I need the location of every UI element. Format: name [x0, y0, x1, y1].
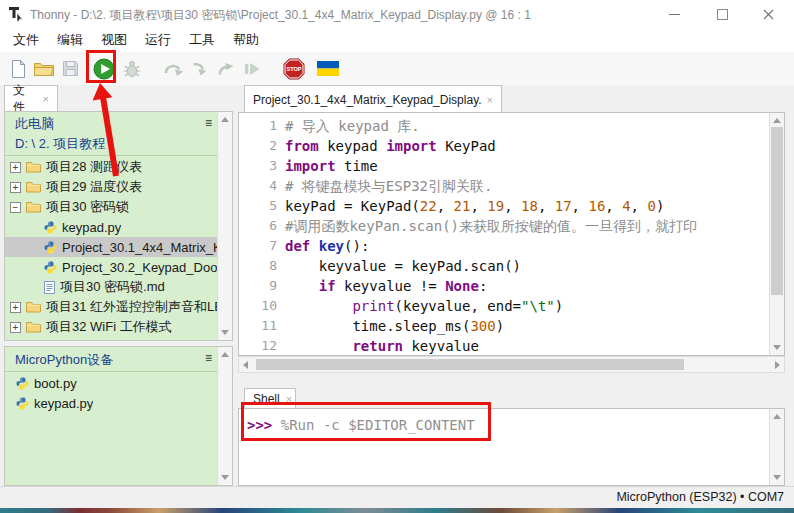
new-file-button[interactable]: [5, 56, 31, 82]
minimize-button[interactable]: [654, 0, 694, 28]
device-scrollbar[interactable]: [217, 347, 232, 485]
step-into-button: [187, 56, 213, 82]
scroll-left-icon[interactable]: [243, 361, 248, 369]
expand-icon[interactable]: +: [10, 182, 21, 193]
device-file-row[interactable]: keypad.py: [5, 393, 217, 413]
file-row[interactable]: +项目32 WiFi 工作模式: [5, 317, 217, 337]
line-number: 9: [239, 276, 277, 296]
files-scrollbar[interactable]: [217, 112, 232, 340]
close-icon[interactable]: ×: [286, 393, 292, 405]
close-button[interactable]: [748, 0, 788, 28]
device-menu-icon[interactable]: ≡: [205, 351, 212, 365]
files-panel: 此电脑 ≡ D: \ 2. 项目教程 +项目28 测距仪表+项目29 温度仪表−…: [4, 111, 233, 341]
file-row[interactable]: keypad.py: [5, 217, 217, 237]
file-row[interactable]: +项目31 红外遥控控制声音和LED: [5, 297, 217, 317]
tab-shell[interactable]: Shell ×: [244, 388, 296, 409]
files-menu-icon[interactable]: ≡: [205, 116, 212, 130]
file-row[interactable]: +项目29 温度仪表: [5, 177, 217, 197]
scroll-down-icon[interactable]: [221, 475, 229, 480]
scroll-up-icon[interactable]: [221, 352, 229, 357]
folder-icon: [26, 321, 41, 333]
device-panel-title: MicroPython设备: [15, 351, 113, 369]
code-area[interactable]: # 导入 keypad 库.from keypad import KeyPadi…: [285, 116, 768, 356]
file-name: 项目30 密码锁: [46, 198, 129, 216]
run-button[interactable]: [91, 56, 117, 82]
scrollbar-thumb[interactable]: [256, 359, 684, 370]
spacer: [28, 241, 41, 254]
file-tree: +项目28 测距仪表+项目29 温度仪表−项目30 密码锁keypad.pyPr…: [5, 157, 217, 337]
code-editor[interactable]: 123456789101112 # 导入 keypad 库.from keypa…: [238, 112, 785, 356]
divider: [5, 155, 217, 156]
menu-item-运行[interactable]: 运行: [136, 29, 180, 51]
file-row[interactable]: +项目28 测距仪表: [5, 157, 217, 177]
tab-editor-file[interactable]: Project_30.1_4x4_Matrix_Keypad_Display.p…: [244, 85, 502, 113]
save-button: [57, 56, 83, 82]
resume-button: [239, 56, 265, 82]
file-name: 项目30 密码锁.md: [60, 278, 165, 296]
file-row[interactable]: Project_30.1_4x4_Matrix_K: [5, 237, 217, 257]
code-line: # 将键盘模块与ESP32引脚关联.: [285, 176, 768, 196]
code-line: from keypad import KeyPad: [285, 136, 768, 156]
editor-tab-label: Project_30.1_4x4_Matrix_Keypad_Display.p…: [253, 93, 481, 107]
shell-scrollbar[interactable]: [769, 409, 784, 485]
menu-item-文件[interactable]: 文件: [4, 29, 48, 51]
file-name: keypad.py: [62, 220, 121, 235]
this-computer-label[interactable]: 此电脑: [15, 115, 54, 133]
python-icon: [44, 221, 57, 234]
scroll-down-icon[interactable]: [221, 330, 229, 335]
current-path[interactable]: D: \ 2. 项目教程: [15, 135, 105, 153]
shell-command: %Run -c $EDITOR_CONTENT: [281, 417, 475, 433]
ukraine-flag[interactable]: [315, 56, 341, 82]
expand-icon[interactable]: +: [10, 322, 21, 333]
expand-icon[interactable]: +: [10, 302, 21, 313]
svg-text:STOP: STOP: [286, 66, 301, 72]
stop-button[interactable]: STOP: [281, 56, 307, 82]
spacer: [28, 261, 41, 274]
scroll-down-icon[interactable]: [773, 475, 781, 480]
code-line: print(keyvalue, end="\t"): [285, 296, 768, 316]
line-number: 4: [239, 176, 277, 196]
step-out-button: [213, 56, 239, 82]
file-row[interactable]: Project_30.2_Keypad_Doo: [5, 257, 217, 277]
menu-item-帮助[interactable]: 帮助: [224, 29, 268, 51]
code-line: # 导入 keypad 库.: [285, 116, 768, 136]
scroll-right-icon[interactable]: [775, 361, 780, 369]
maximize-button[interactable]: [702, 0, 742, 28]
line-number: 10: [239, 296, 277, 316]
editor-vertical-scrollbar[interactable]: [769, 113, 784, 355]
close-icon[interactable]: ×: [43, 93, 49, 105]
scroll-up-icon[interactable]: [773, 118, 781, 123]
file-name: 项目29 温度仪表: [46, 178, 142, 196]
file-row[interactable]: 项目30 密码锁.md: [5, 277, 217, 297]
status-bar: MicroPython (ESP32) • COM7: [0, 486, 794, 508]
open-file-button[interactable]: [31, 56, 57, 82]
scrollbar-thumb[interactable]: [771, 127, 783, 295]
code-line: #调用函数keyPan.scan()来获取所按键的值。一旦得到，就打印: [285, 216, 768, 236]
thonny-window: Thonny - D:\2. 项目教程\项目30 密码锁\Project_30.…: [0, 0, 794, 513]
editor-horizontal-scrollbar[interactable]: [238, 356, 785, 373]
python-icon: [16, 397, 29, 410]
close-icon[interactable]: ×: [487, 94, 493, 106]
file-row[interactable]: −项目30 密码锁: [5, 197, 217, 217]
menu-item-编辑[interactable]: 编辑: [48, 29, 92, 51]
device-file-list: boot.pykeypad.py: [5, 373, 217, 413]
tab-files[interactable]: 文件 ×: [4, 85, 58, 112]
menu-item-工具[interactable]: 工具: [180, 29, 224, 51]
toolbar: STOP: [0, 52, 794, 85]
collapse-icon[interactable]: −: [10, 202, 21, 213]
file-name: Project_30.1_4x4_Matrix_K: [62, 240, 217, 255]
interpreter-status[interactable]: MicroPython (ESP32) • COM7: [616, 490, 784, 504]
shell-panel[interactable]: >>> %Run -c $EDITOR_CONTENT: [238, 408, 785, 486]
scroll-up-icon[interactable]: [221, 117, 229, 122]
scroll-up-icon[interactable]: [773, 414, 781, 419]
python-icon: [44, 261, 57, 274]
menu-item-视图[interactable]: 视图: [92, 29, 136, 51]
scroll-down-icon[interactable]: [773, 345, 781, 350]
thonny-logo-icon: [8, 6, 24, 22]
debug-button: [119, 56, 145, 82]
code-line: import time: [285, 156, 768, 176]
line-number: 2: [239, 136, 277, 156]
expand-icon[interactable]: +: [10, 162, 21, 173]
device-file-row[interactable]: boot.py: [5, 373, 217, 393]
shell-command-line: >>> %Run -c $EDITOR_CONTENT: [247, 417, 475, 433]
